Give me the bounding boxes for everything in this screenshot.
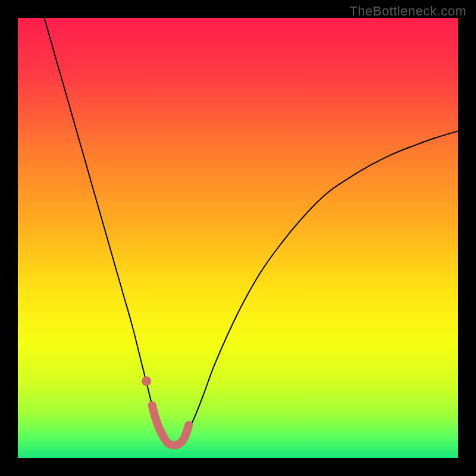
bottleneck-chart: [18, 18, 458, 458]
watermark-text: TheBottleneck.com: [349, 4, 466, 19]
plot-area: [18, 18, 458, 458]
highlight-dot: [142, 377, 151, 386]
gradient-background: [18, 18, 458, 458]
chart-stage: TheBottleneck.com: [0, 0, 476, 476]
